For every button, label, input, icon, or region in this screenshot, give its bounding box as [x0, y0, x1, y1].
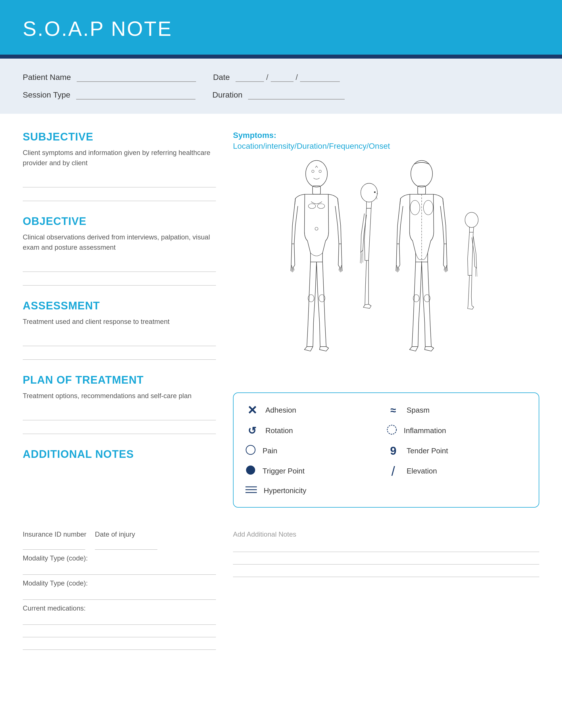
- session-type-label: Session Type: [23, 90, 71, 100]
- legend-pain: Pain: [245, 444, 386, 458]
- duration-input[interactable]: [248, 90, 345, 100]
- modality1-input[interactable]: [23, 564, 216, 575]
- date-label: Date: [213, 73, 230, 82]
- assessment-line-1[interactable]: [23, 335, 216, 346]
- medications-field: Current medications:: [23, 604, 216, 650]
- insurance-row: Insurance ID number Date of injury: [23, 530, 216, 550]
- add-additional-notes-label: Add Additional Notes: [233, 530, 539, 538]
- objective-description: Clinical observations derived from inter…: [23, 232, 216, 253]
- svg-point-4: [315, 227, 318, 230]
- patient-name-field: Patient Name: [23, 73, 196, 82]
- medications-line-2[interactable]: [23, 627, 216, 637]
- plan-lines: [23, 409, 216, 434]
- modality1-label: Modality Type (code):: [23, 554, 216, 562]
- patient-name-label: Patient Name: [23, 73, 71, 82]
- adhesion-icon: ✕: [245, 403, 259, 417]
- svg-point-19: [387, 425, 396, 434]
- adhesion-label: Adhesion: [266, 406, 296, 415]
- add-notes-line-3[interactable]: [233, 567, 539, 577]
- elevation-label: Elevation: [406, 467, 437, 475]
- right-column: Symptoms: Location/intensity/Duration/Fr…: [233, 131, 539, 508]
- additional-notes-heading-section: ADDITIONAL NOTES: [23, 448, 216, 460]
- additional-notes-grid: Insurance ID number Date of injury Modal…: [23, 530, 539, 650]
- additional-notes-heading: ADDITIONAL NOTES: [23, 448, 216, 460]
- assessment-lines: [23, 335, 216, 360]
- legend-hypertonicity: Hypertonicity: [245, 485, 386, 497]
- svg-point-21: [246, 466, 255, 475]
- plan-section: PLAN OF TREATMENT Treatment options, rec…: [23, 374, 216, 434]
- page-title: S.O.A.P NOTE: [23, 17, 539, 40]
- insurance-id-field: Insurance ID number: [23, 530, 86, 550]
- add-notes-line-2[interactable]: [233, 554, 539, 564]
- patient-row-1: Patient Name Date / /: [23, 73, 539, 82]
- legend-rotation: ↺ Rotation: [245, 424, 386, 437]
- medications-label: Current medications:: [23, 604, 216, 612]
- legend-trigger-point: 9 Tender Point: [386, 444, 527, 458]
- modality2-input[interactable]: [23, 590, 216, 600]
- plan-description: Treatment options, recommendations and s…: [23, 391, 216, 401]
- date-field: Date / /: [213, 73, 340, 82]
- svg-point-0: [306, 160, 327, 187]
- svg-point-3: [317, 204, 325, 208]
- svg-point-14: [410, 200, 420, 215]
- patient-name-input[interactable]: [77, 73, 196, 82]
- medications-line-3[interactable]: [23, 640, 216, 650]
- session-type-input[interactable]: [76, 90, 196, 100]
- subjective-line-2[interactable]: [23, 190, 216, 201]
- insurance-id-input[interactable]: [23, 539, 85, 550]
- medications-line-1[interactable]: [23, 615, 216, 625]
- date-input: / /: [236, 73, 340, 82]
- svg-point-15: [423, 200, 433, 215]
- date-month[interactable]: [236, 73, 264, 82]
- pain-icon: [245, 444, 256, 458]
- svg-point-20: [246, 445, 255, 454]
- svg-point-8: [319, 170, 321, 173]
- hypertonicity-icon: [245, 485, 258, 497]
- header: S.O.A.P NOTE: [0, 0, 562, 55]
- spasm-label: Spasm: [406, 406, 430, 415]
- objective-line-1[interactable]: [23, 260, 216, 272]
- assessment-heading: ASSESSMENT: [23, 300, 216, 312]
- date-year[interactable]: [300, 73, 340, 82]
- notes-left: Insurance ID number Date of injury Modal…: [23, 530, 216, 650]
- tender-point-icon: [245, 464, 256, 478]
- patient-info-section: Patient Name Date / / Session Type Durat…: [0, 59, 562, 114]
- date-day[interactable]: [271, 73, 293, 82]
- body-diagram-area: [233, 159, 539, 381]
- body-back-svg: [390, 159, 453, 353]
- subjective-lines: [23, 176, 216, 201]
- plan-line-2[interactable]: [23, 423, 216, 434]
- legend-spasm: ≈ Spasm: [386, 403, 527, 417]
- legend-box: ✕ Adhesion ≈ Spasm ↺ Rotation Inflammati…: [233, 392, 539, 508]
- main-content: SUBJECTIVE Client symptoms and informati…: [0, 114, 562, 525]
- modality1-field: Modality Type (code):: [23, 554, 216, 575]
- add-notes-line-1[interactable]: [233, 542, 539, 552]
- symptoms-subheading: Location/intensity/Duration/Frequency/On…: [233, 142, 539, 151]
- objective-line-2[interactable]: [23, 274, 216, 286]
- pain-label: Pain: [263, 446, 277, 455]
- objective-heading: OBJECTIVE: [23, 215, 216, 227]
- duration-field: Duration: [213, 90, 345, 100]
- objective-section: OBJECTIVE Clinical observations derived …: [23, 215, 216, 286]
- left-column: SUBJECTIVE Client symptoms and informati…: [23, 131, 216, 508]
- duration-label: Duration: [213, 90, 243, 100]
- patient-row-2: Session Type Duration: [23, 90, 539, 100]
- rotation-label: Rotation: [266, 426, 293, 435]
- plan-line-1[interactable]: [23, 409, 216, 420]
- svg-point-2: [308, 204, 316, 208]
- inflammation-icon: [386, 424, 397, 437]
- date-slash-1: /: [266, 73, 269, 82]
- legend-adhesion: ✕ Adhesion: [245, 403, 386, 417]
- header-accent-bar: [0, 55, 562, 59]
- legend-inflammation: Inflammation: [386, 424, 527, 437]
- rotation-icon: ↺: [245, 425, 259, 437]
- objective-lines: [23, 260, 216, 286]
- subjective-heading: SUBJECTIVE: [23, 131, 216, 143]
- date-of-injury-input[interactable]: [95, 539, 157, 550]
- inflammation-label: Inflammation: [404, 426, 446, 435]
- assessment-section: ASSESSMENT Treatment used and client res…: [23, 300, 216, 360]
- plan-heading: PLAN OF TREATMENT: [23, 374, 216, 386]
- legend-tender-point: Trigger Point: [245, 464, 386, 478]
- subjective-line-1[interactable]: [23, 176, 216, 187]
- assessment-line-2[interactable]: [23, 348, 216, 360]
